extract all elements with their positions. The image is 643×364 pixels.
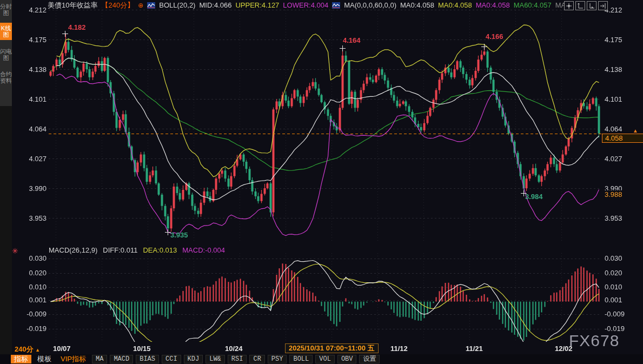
- x-axis-date: 10/07: [53, 345, 71, 353]
- toolbar-obv-button[interactable]: OBV: [337, 355, 357, 363]
- toolbar-indicators-button[interactable]: 指标: [11, 355, 31, 363]
- y-axis-label: 4.101: [18, 95, 47, 103]
- sidebar: 分时图 K线图 闪电图 合约资料: [0, 0, 12, 364]
- sidebar-item-kline-chart[interactable]: K线图: [0, 23, 12, 40]
- toolbar-kdj-button[interactable]: KDJ: [184, 355, 203, 363]
- jump-latest-icon[interactable]: [598, 1, 608, 10]
- price-annotation-low: 3.984: [525, 193, 543, 201]
- price-arrow-icon: ▲: [633, 128, 638, 134]
- chart-canvas[interactable]: [0, 0, 643, 364]
- macd-diff-value: DIFF:0.011: [103, 246, 137, 254]
- x-axis-date: 11/12: [390, 345, 408, 353]
- toolbar-boll-button[interactable]: BOLL: [289, 355, 313, 363]
- x-axis-date: 12/02: [555, 345, 573, 353]
- macd-header: MACD(26,12,9) DIFF:0.011 DEA:0.013 MACD:…: [49, 246, 225, 254]
- toolbar-macd-button[interactable]: MACD: [110, 355, 133, 363]
- boll-label: BOLL(20,2): [159, 1, 195, 9]
- y-axis-label-right: 4.027: [605, 155, 638, 163]
- timeframe-caret-icon: ▲: [35, 347, 40, 353]
- y-axis-label: 4.212: [18, 6, 47, 14]
- macd-axis-label-right: 0.001: [605, 296, 638, 304]
- x-axis-date: 10/24: [225, 345, 243, 353]
- toolbar-psy-button[interactable]: PSY: [268, 355, 287, 363]
- current-price-tag: 4.058: [602, 134, 643, 143]
- x-scale-icon[interactable]: [587, 1, 596, 10]
- y-axis-label: 3.953: [18, 214, 47, 222]
- period-adjust-icon[interactable]: ⊕: [138, 2, 143, 9]
- toolbar-cr-button[interactable]: CR: [249, 355, 264, 363]
- indicator-alert-icon[interactable]: ✳: [12, 247, 18, 255]
- toolbar-template-button[interactable]: 模板: [34, 355, 55, 363]
- y-axis-label: 4.027: [18, 155, 47, 163]
- secondary-price-tag: 3.988: [605, 190, 622, 198]
- pan-tool-icon[interactable]: [564, 1, 574, 10]
- period-tag[interactable]: 【240分】: [101, 1, 134, 10]
- peak-marker: [481, 44, 487, 50]
- ma60-value: MA60:4.057: [514, 1, 552, 9]
- macd-axis-label-right: -0.009: [605, 310, 638, 318]
- toolbar-vip-indicators-button[interactable]: VIP指标: [57, 355, 89, 363]
- toolbar-cci-button[interactable]: CCI: [162, 355, 181, 363]
- ma-label: MA(0,0,0,60,0,0): [344, 1, 396, 9]
- toolbar-lw-button[interactable]: LW&: [206, 355, 225, 363]
- x-axis-date: 10/15: [133, 345, 151, 353]
- y-axis-label-right: 4.212: [605, 6, 638, 14]
- price-annotation-high: 4.182: [68, 23, 86, 31]
- price-annotation-high: 4.164: [343, 36, 361, 44]
- ma0-magenta-value: MA0:4.058: [476, 1, 510, 9]
- instrument-title: 美债10年收益率: [48, 1, 97, 10]
- peak-marker: [62, 31, 68, 37]
- crosshair-date-tag: 2025/10/31 07:00~11:00 五: [285, 343, 379, 353]
- timeframe-selector[interactable]: 240分 ▲: [15, 345, 40, 354]
- macd-axis-label-right: -0.019: [605, 325, 638, 333]
- macd-axis-label-right: 0.010: [605, 283, 638, 291]
- boll-lower-value: LOWER:4.004: [283, 1, 328, 9]
- boll-indicator-icon[interactable]: [147, 2, 155, 9]
- boll-mid-value: MID:4.066: [199, 1, 231, 9]
- y-axis-label-right: 4.175: [605, 36, 638, 44]
- chart-header: 美债10年收益率 【240分】 ⊕ BOLL(20,2) MID:4.066 U…: [48, 1, 572, 9]
- macd-axis-label: 0.010: [18, 283, 47, 291]
- macd-axis-label-right: 0.020: [605, 269, 638, 277]
- macd-label: MACD(26,12,9): [49, 246, 97, 254]
- sidebar-item-time-chart[interactable]: 分时图: [0, 1, 12, 18]
- y-axis-label-right: 4.101: [605, 95, 638, 103]
- watermark: FX678: [569, 332, 619, 350]
- ma0-yellow-value: MA0:4.058: [438, 1, 472, 9]
- toolbar-vol-button[interactable]: VOL: [315, 355, 335, 363]
- y-axis-label: 4.175: [18, 36, 47, 44]
- y-axis-label: 3.990: [18, 184, 47, 193]
- macd-axis-label: 0.001: [18, 296, 47, 304]
- toolbar-ma-button[interactable]: MA: [92, 355, 107, 363]
- price-annotation-high: 4.166: [486, 32, 503, 41]
- macd-macd-value: MACD:-0.004: [182, 246, 225, 254]
- price-annotation-low: 3.935: [170, 231, 188, 239]
- macd-dea-value: DEA:0.013: [143, 246, 177, 254]
- macd-axis-label: 0.020: [18, 269, 47, 277]
- sidebar-item-contract-info[interactable]: 合约资料: [0, 69, 12, 86]
- macd-axis-label: -0.019: [18, 325, 47, 333]
- boll-upper-value: UPPER:4.127: [235, 1, 279, 9]
- y-axis-label-right: 4.138: [605, 65, 638, 74]
- peak-marker: [340, 45, 346, 51]
- y-axis-label-right: 3.953: [605, 214, 638, 222]
- toolbar-rsi-button[interactable]: RSI: [228, 355, 247, 363]
- indicator-toolbar: 指标 模板 VIP指标 MA MACD BIAS CCI KDJ LW& RSI…: [0, 354, 643, 364]
- y-axis-label: 4.138: [18, 65, 47, 74]
- y-axis-label: 4.064: [18, 125, 47, 133]
- timeframe-label: 240分: [15, 345, 34, 353]
- macd-axis-label: -0.009: [18, 310, 47, 318]
- x-axis-date: 11/21: [466, 345, 483, 353]
- toolbar-settings-button[interactable]: 设置: [359, 355, 380, 363]
- macd-axis-label: 0.030: [18, 254, 47, 262]
- chart-app: 分时图 K线图 闪电图 合约资料 美债10年收益率 【240分】 ⊕ BOLL(…: [0, 0, 643, 364]
- macd-axis-label-right: 0.030: [605, 254, 638, 262]
- ma-indicator-icon[interactable]: [332, 2, 340, 9]
- ma0-white-value: MA0:4.058: [400, 1, 434, 9]
- y-scale-icon[interactable]: [575, 1, 585, 10]
- chart-tool-icons: [564, 1, 608, 10]
- sidebar-item-flash-chart[interactable]: 闪电图: [0, 46, 12, 63]
- toolbar-bias-button[interactable]: BIAS: [136, 355, 159, 363]
